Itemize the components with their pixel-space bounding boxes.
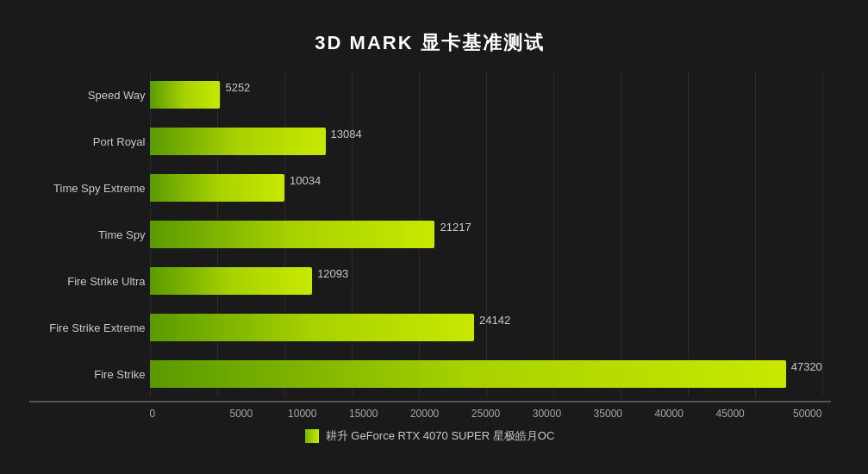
- bar-row: Fire Strike Ultra12093: [150, 262, 822, 300]
- chart-legend: 耕升 GeForce RTX 4070 SUPER 星极皓月OC: [29, 428, 831, 444]
- bar-fill: 21217: [150, 221, 435, 248]
- bar-row: Port Royal13084: [150, 122, 822, 160]
- bar-fill: 5252: [150, 81, 221, 109]
- chart-title: 3D MARK 显卡基准测试: [29, 30, 831, 56]
- bar-value-label: 10034: [290, 174, 321, 187]
- bar-row: Time Spy Extreme10034: [150, 169, 822, 207]
- x-tick-label: 35000: [578, 408, 639, 420]
- bar-track: 47320: [150, 360, 822, 388]
- bar-label: Speed Way: [29, 89, 146, 102]
- bar-value-label: 5252: [225, 81, 250, 94]
- bar-label: Port Royal: [29, 135, 146, 148]
- x-tick-label: 30000: [516, 408, 578, 420]
- x-tick-label: 40000: [639, 408, 700, 420]
- chart-area: Speed Way5252Port Royal13084Time Spy Ext…: [29, 72, 831, 444]
- x-axis-line: [29, 401, 831, 402]
- bar-track: 10034: [150, 174, 822, 202]
- bar-label: Fire Strike: [29, 368, 146, 381]
- bar-row: Time Spy21217: [150, 215, 822, 253]
- bar-row: Fire Strike Extreme24142: [150, 309, 822, 346]
- bars-section: Speed Way5252Port Royal13084Time Spy Ext…: [29, 72, 831, 397]
- bar-value-label: 24142: [479, 314, 510, 327]
- bar-fill: 47320: [150, 360, 786, 388]
- bar-value-label: 13084: [331, 128, 362, 140]
- x-tick-label: 50000: [761, 408, 822, 420]
- bar-value-label: 47320: [791, 360, 822, 373]
- bar-label: Fire Strike Ultra: [29, 275, 146, 288]
- bar-value-label: 12093: [317, 267, 348, 280]
- x-tick-label: 0: [150, 408, 211, 420]
- x-tick-label: 15000: [333, 408, 394, 420]
- legend-text: 耕升 GeForce RTX 4070 SUPER 星极皓月OC: [326, 428, 555, 444]
- bar-fill: 13084: [150, 128, 326, 155]
- bar-fill: 24142: [150, 314, 475, 341]
- bar-fill: 10034: [150, 174, 285, 202]
- x-tick-label: 25000: [455, 408, 516, 420]
- bar-row: Speed Way5252: [150, 76, 822, 114]
- bar-row: Fire Strike47320: [150, 355, 822, 393]
- bar-track: 5252: [150, 81, 822, 109]
- bar-track: 24142: [150, 314, 822, 341]
- bar-track: 12093: [150, 267, 822, 295]
- bar-label: Time Spy: [29, 228, 146, 241]
- chart-container: 3D MARK 显卡基准测试 Speed Way5252Port Royal13…: [21, 13, 848, 461]
- bar-track: 13084: [150, 128, 822, 155]
- bar-fill: 12093: [150, 267, 313, 295]
- bar-track: 21217: [150, 221, 822, 248]
- bar-label: Fire Strike Extreme: [29, 321, 146, 334]
- x-tick-label: 45000: [700, 408, 761, 420]
- x-tick-label: 10000: [272, 408, 333, 420]
- bar-value-label: 21217: [440, 221, 471, 234]
- bar-label: Time Spy Extreme: [29, 182, 146, 195]
- grid-line: [822, 72, 823, 397]
- legend-color-box: [305, 429, 319, 443]
- x-tick-label: 20000: [394, 408, 455, 420]
- x-axis-labels: 0500010000150002000025000300003500040000…: [29, 408, 831, 420]
- x-tick-label: 5000: [210, 408, 272, 420]
